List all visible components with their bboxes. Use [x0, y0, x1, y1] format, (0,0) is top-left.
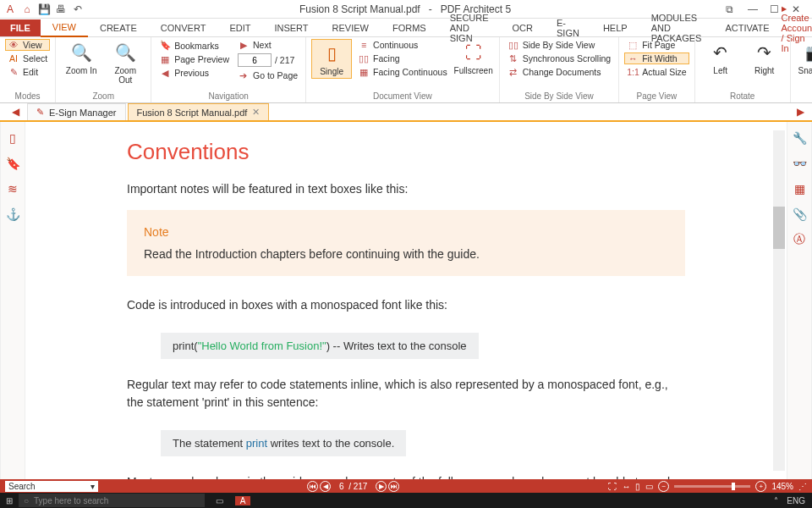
nav-goto[interactable]: ➔Go to Page: [235, 69, 300, 81]
attachment-icon[interactable]: 📎: [792, 207, 807, 222]
tray-chevron-icon[interactable]: ˄: [774, 496, 778, 505]
restore-down-icon[interactable]: ⧉: [726, 3, 738, 15]
fit-page-status-icon[interactable]: ⛶: [608, 482, 617, 491]
view-facing-continuous[interactable]: ▦Facing Continuous: [355, 66, 450, 78]
prev-page-icon[interactable]: ◀: [320, 481, 331, 492]
fit-page[interactable]: ⬚Fit Page: [624, 39, 689, 51]
scroll-thumb[interactable]: [773, 207, 785, 249]
paragraph: Most examples shown in the guide are onl…: [127, 473, 685, 479]
file-menu[interactable]: FILE: [0, 19, 41, 36]
camera-icon: 📷: [805, 41, 812, 64]
zoom-in-button[interactable]: 🔍Zoom In: [61, 39, 102, 77]
start-button[interactable]: ⊞: [0, 496, 19, 505]
code-box: The statement print writes text to the c…: [161, 430, 406, 456]
fit-width[interactable]: ↔Fit Width: [624, 52, 689, 64]
bookmark-icon: 🔖: [159, 40, 171, 51]
mode-edit[interactable]: ✎Edit: [5, 66, 50, 78]
view-mode1-icon[interactable]: ▯: [635, 482, 640, 491]
last-page-icon[interactable]: ⏭: [388, 481, 399, 492]
zoom-in-status[interactable]: +: [755, 481, 766, 492]
undo-icon[interactable]: ↶: [71, 3, 85, 16]
zoom-in-icon: 🔍: [71, 41, 92, 64]
search-dropdown-icon[interactable]: ▾: [91, 482, 95, 491]
doc-tab-fusion[interactable]: Fusion 8 Script Manual.pdf✕: [128, 103, 270, 120]
nav-next[interactable]: ▶Next: [235, 39, 300, 51]
tab-help[interactable]: HELP: [591, 19, 639, 36]
fit-width-status-icon[interactable]: ↔: [622, 482, 630, 491]
tab-convert[interactable]: CONVERT: [149, 19, 218, 36]
sbs-change[interactable]: ⇄Change Documents: [505, 66, 613, 78]
page-area[interactable]: Conventions Important notes will be feat…: [25, 122, 787, 479]
tray-lang[interactable]: ENG: [787, 496, 805, 505]
sync-icon: ⇅: [508, 53, 519, 64]
layers-icon[interactable]: ≋: [5, 181, 20, 196]
tab-activate[interactable]: ACTIVATE: [713, 19, 781, 36]
tools-icon[interactable]: 🔧: [792, 130, 807, 146]
nav-previous[interactable]: ◀Previous: [156, 67, 232, 79]
tab-ocr[interactable]: OCR: [501, 19, 545, 36]
status-search[interactable]: Search▾: [5, 481, 98, 492]
facing-icon: ▯▯: [358, 53, 370, 64]
rotate-left[interactable]: ↶Left: [700, 39, 741, 77]
tab-create[interactable]: CREATE: [88, 19, 149, 36]
next-page-icon[interactable]: ▶: [376, 481, 387, 492]
maximize-icon[interactable]: ☐: [770, 3, 782, 15]
tab-insert[interactable]: INSERT: [262, 19, 320, 36]
home-icon[interactable]: ⌂: [20, 3, 34, 16]
view-facing[interactable]: ▯▯Facing: [355, 52, 450, 64]
search-rail-icon[interactable]: 👓: [792, 156, 807, 171]
app-logo-icon[interactable]: A: [3, 3, 17, 16]
tab-arrow-left[interactable]: ◀: [3, 103, 27, 120]
signature-rail-icon[interactable]: Ⓐ: [792, 232, 807, 247]
prev-icon: ◀: [159, 68, 171, 78]
actual-size[interactable]: 1:1Actual Size: [624, 66, 689, 78]
sbs-sync[interactable]: ⇅Synchronous Scrolling: [505, 52, 613, 64]
stamp-icon[interactable]: ▦: [792, 181, 807, 196]
thumbnails-icon[interactable]: ▯: [5, 130, 20, 146]
tab-view[interactable]: VIEW: [41, 19, 88, 37]
zoom-level: 145%: [771, 482, 793, 491]
view-single[interactable]: ▯Single: [311, 39, 352, 79]
snapshot-button[interactable]: 📷Snapshot: [796, 39, 812, 77]
menu-bar: FILE VIEW CREATE CONVERT EDIT INSERT REV…: [0, 19, 812, 37]
ribbon-group-pageview: ⬚Fit Page ↔Fit Width 1:1Actual Size Page…: [619, 37, 695, 102]
mode-select[interactable]: AISelect: [5, 52, 50, 64]
tab-review[interactable]: REVIEW: [321, 19, 381, 36]
mode-view[interactable]: 👁View: [5, 39, 50, 51]
doc-tab-esign[interactable]: ✎E-Sign Manager: [27, 103, 126, 120]
taskbar-search[interactable]: ○Type here to search: [19, 494, 205, 507]
fit-page-icon: ⬚: [627, 40, 639, 50]
view-mode2-icon[interactable]: ▭: [645, 482, 653, 491]
nav-pagepreview[interactable]: ▦Page Preview: [156, 53, 232, 65]
print-icon[interactable]: 🖶: [54, 3, 68, 16]
sbs-view[interactable]: ▯▯Side By Side View: [505, 39, 613, 51]
resize-grip-icon[interactable]: ⋰: [798, 482, 807, 491]
continuous-icon: ≡: [358, 40, 370, 50]
rotate-right[interactable]: ↷Right: [744, 39, 785, 77]
zoom-out-status[interactable]: −: [658, 481, 669, 492]
tab-edit[interactable]: EDIT: [217, 19, 262, 36]
vertical-scrollbar[interactable]: [773, 130, 785, 471]
zoom-slider[interactable]: [674, 485, 750, 488]
page-input[interactable]: [238, 53, 272, 67]
ribbon: 👁View AISelect ✎Edit Modes 🔍Zoom In 🔍Zoo…: [0, 37, 812, 103]
tab-arrow-right[interactable]: ▶: [788, 103, 812, 120]
anchor-icon[interactable]: ⚓: [5, 207, 20, 222]
save-icon[interactable]: 💾: [37, 3, 51, 16]
nav-pagenum: / 217: [235, 52, 300, 68]
app-taskbar-icon[interactable]: A: [235, 496, 250, 505]
zoom-out-button[interactable]: 🔍Zoom Out: [105, 39, 145, 86]
minimize-icon[interactable]: —: [748, 3, 760, 15]
bookmarks-rail-icon[interactable]: 🔖: [5, 156, 20, 171]
nav-bookmarks[interactable]: 🔖Bookmarks: [156, 39, 232, 52]
ribbon-group-zoom: 🔍Zoom In 🔍Zoom Out Zoom: [56, 37, 151, 102]
view-fullscreen[interactable]: ⛶Fullscreen: [453, 39, 494, 77]
view-continuous[interactable]: ≡Continuous: [355, 39, 450, 51]
tab-forms[interactable]: FORMS: [381, 19, 438, 36]
group-label: Page View: [624, 90, 689, 102]
first-page-icon[interactable]: ⏮: [307, 481, 318, 492]
taskview-icon[interactable]: ▭: [211, 496, 227, 505]
taskbar: ⊞ ○Type here to search ▭ A ˄ ENG: [0, 493, 812, 508]
ribbon-group-navigation: 🔖Bookmarks ▦Page Preview ◀Previous ▶Next…: [151, 37, 306, 102]
tab-close-icon[interactable]: ✕: [252, 107, 260, 118]
